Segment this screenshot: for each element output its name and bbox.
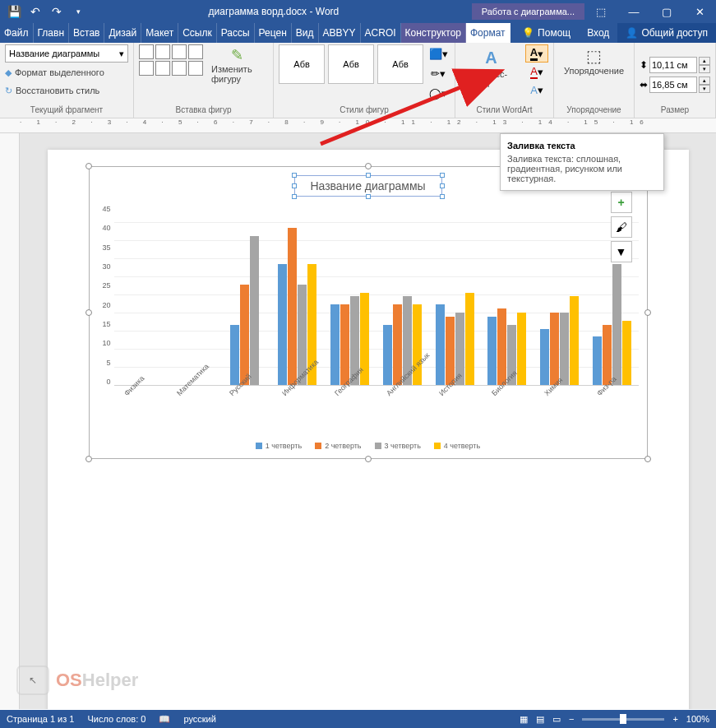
tab-signin[interactable]: Вход xyxy=(579,23,617,43)
resize-handle[interactable] xyxy=(85,163,92,169)
resize-handle[interactable] xyxy=(644,309,651,316)
shape-style-3[interactable]: Абв xyxy=(377,44,423,84)
shape-arrow-icon[interactable] xyxy=(139,61,154,76)
chart-legend[interactable]: 1 четверть2 четверть3 четверть4 четверть xyxy=(98,442,639,450)
chart-tools-tab[interactable]: Работа с диаграмма... xyxy=(472,3,584,20)
view-read-icon[interactable]: ▦ xyxy=(520,714,528,725)
shape-effects-button[interactable]: ◯▾ xyxy=(427,84,450,102)
resize-handle[interactable] xyxy=(365,163,372,169)
tab-format[interactable]: Формат xyxy=(466,23,510,43)
tab-design[interactable]: Дизай xyxy=(104,23,141,43)
ruler-horizontal[interactable]: · 1 · 2 · 3 · 4 · 5 · 6 · 7 · 8 · 9 · 10… xyxy=(0,118,716,133)
tab-abbyy[interactable]: ABBYY xyxy=(319,23,361,43)
resize-handle[interactable] xyxy=(644,456,651,462)
arrange-button[interactable]: ⬚ Упорядочение xyxy=(559,44,629,77)
edit-shape-button[interactable]: ✎ Изменить фигуру xyxy=(206,44,268,86)
bar[interactable] xyxy=(288,228,297,385)
text-fill-button[interactable]: A▾ xyxy=(525,44,548,63)
undo-icon[interactable]: ↶ xyxy=(28,4,43,19)
shape-triangle-icon[interactable] xyxy=(172,61,187,76)
zoom-level[interactable]: 100% xyxy=(686,714,709,724)
chart-object[interactable]: Название диаграммы 051015202530354045 Фи… xyxy=(89,166,648,459)
height-input[interactable] xyxy=(649,57,697,73)
chart-title[interactable]: Название диаграммы xyxy=(294,175,442,197)
minimize-icon[interactable]: — xyxy=(617,0,650,23)
resize-handle[interactable] xyxy=(85,456,92,462)
title-handle[interactable] xyxy=(366,194,371,199)
title-handle[interactable] xyxy=(440,173,445,178)
title-handle[interactable] xyxy=(292,194,297,199)
language-indicator[interactable]: русский xyxy=(183,714,215,724)
shape-more-icon[interactable] xyxy=(188,61,203,76)
reset-style-button[interactable]: ↻Восстановить стиль xyxy=(5,82,99,99)
tab-file[interactable]: Файл xyxy=(0,23,34,43)
title-handle[interactable] xyxy=(440,194,445,199)
spellcheck-icon[interactable]: 📖 xyxy=(159,714,170,725)
legend-item[interactable]: 1 четверть xyxy=(256,442,302,450)
tab-layout[interactable]: Макет xyxy=(141,23,178,43)
zoom-thumb[interactable] xyxy=(620,714,626,724)
height-up[interactable]: ▴ xyxy=(699,57,710,65)
shape-style-2[interactable]: Абв xyxy=(328,44,374,84)
legend-item[interactable]: 2 четверть xyxy=(315,442,361,450)
chart-element-selector[interactable]: Название диаграммы▾ xyxy=(5,44,128,63)
zoom-out-button[interactable]: − xyxy=(569,714,574,724)
tab-acrobat[interactable]: ACROI xyxy=(361,23,401,43)
text-effects-button[interactable]: A▾ xyxy=(525,81,548,99)
chart-filter-button[interactable]: ▼ xyxy=(611,241,632,262)
tab-review[interactable]: Рецен xyxy=(255,23,292,43)
save-icon[interactable]: 💾 xyxy=(7,4,21,19)
tab-mailings[interactable]: Рассы xyxy=(217,23,255,43)
bar[interactable] xyxy=(278,264,287,385)
shape-line-icon[interactable] xyxy=(172,44,187,59)
width-up[interactable]: ▴ xyxy=(699,77,710,85)
maximize-icon[interactable]: ▢ xyxy=(650,0,683,23)
redo-icon[interactable]: ↷ xyxy=(49,4,64,19)
qat-dropdown-icon[interactable]: ▾ xyxy=(71,4,85,19)
close-icon[interactable]: ✕ xyxy=(683,0,716,23)
document-area[interactable]: Название диаграммы 051015202530354045 Фи… xyxy=(20,133,716,709)
bar[interactable] xyxy=(330,304,340,385)
tab-help[interactable]: 💡Помощ xyxy=(514,23,579,43)
resize-handle[interactable] xyxy=(85,309,92,316)
tab-home[interactable]: Главн xyxy=(34,23,70,43)
ruler-vertical[interactable] xyxy=(0,133,20,709)
title-handle[interactable] xyxy=(292,183,297,188)
shape-fill-button[interactable]: 🟦▾ xyxy=(427,44,450,63)
tab-share[interactable]: 👤Общий доступ xyxy=(617,23,716,43)
view-print-icon[interactable]: ▤ xyxy=(536,714,544,725)
shape-rect-icon[interactable] xyxy=(155,44,170,59)
tab-references[interactable]: Ссылк xyxy=(178,23,217,43)
legend-item[interactable]: 4 четверть xyxy=(434,442,480,450)
format-selection-button[interactable]: ◆Формат выделенного xyxy=(5,64,104,81)
word-count[interactable]: Число слов: 0 xyxy=(87,714,146,724)
width-down[interactable]: ▾ xyxy=(699,85,710,93)
zoom-slider[interactable] xyxy=(582,718,664,721)
express-styles-button[interactable]: A Экспресс-стили xyxy=(460,44,522,90)
resize-handle[interactable] xyxy=(365,456,372,462)
tab-view[interactable]: Вид xyxy=(292,23,319,43)
title-handle[interactable] xyxy=(366,173,371,178)
title-handle[interactable] xyxy=(292,173,297,178)
height-down[interactable]: ▾ xyxy=(699,65,710,73)
share-icon: 👤 xyxy=(626,27,638,39)
chart-styles-button[interactable]: 🖌 xyxy=(611,216,632,238)
chart-elements-button[interactable]: + xyxy=(611,192,632,213)
shape-rrect-icon[interactable] xyxy=(155,61,170,76)
text-outline-button[interactable]: A▾ xyxy=(525,63,548,81)
shape-outline-button[interactable]: ✏▾ xyxy=(427,64,450,82)
ribbon-options-icon[interactable]: ⬚ xyxy=(584,0,617,23)
page-indicator[interactable]: Страница 1 из 1 xyxy=(7,714,74,724)
legend-item[interactable]: 3 четверть xyxy=(375,442,421,450)
title-handle[interactable] xyxy=(440,183,445,188)
tab-constructor[interactable]: Конструктор xyxy=(401,23,466,43)
shape-textbox-icon[interactable] xyxy=(139,44,154,59)
width-input[interactable] xyxy=(649,77,697,93)
shape-gallery[interactable] xyxy=(139,44,203,76)
shape-oval-icon[interactable] xyxy=(188,44,203,59)
shape-style-1[interactable]: Абв xyxy=(279,44,325,84)
chart-plot-area[interactable]: 051015202530354045 xyxy=(98,205,639,386)
view-web-icon[interactable]: ▭ xyxy=(552,714,561,725)
zoom-in-button[interactable]: + xyxy=(672,714,677,724)
tab-insert[interactable]: Встав xyxy=(69,23,104,43)
